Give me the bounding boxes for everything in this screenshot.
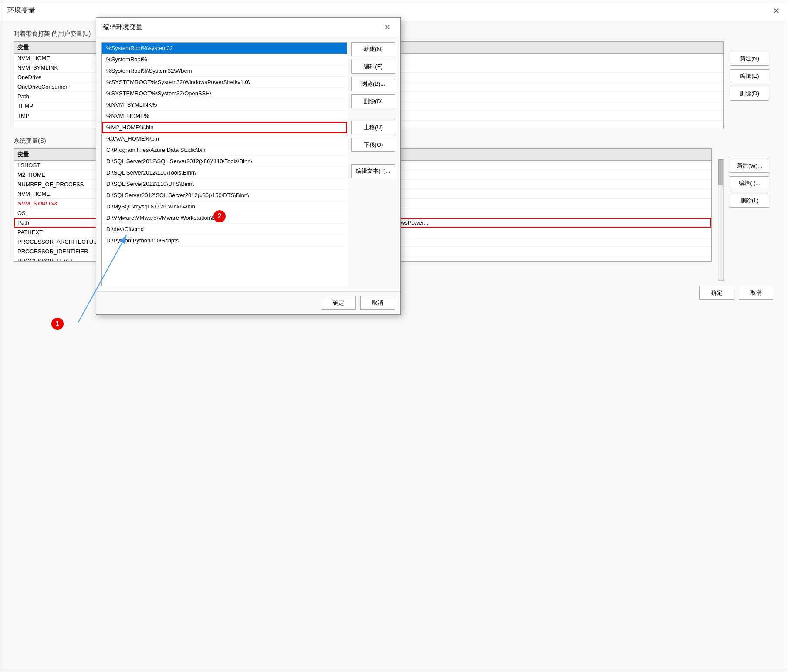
- path-item-13[interactable]: D:\SQLServer2012\SQL Server2012(x86)\150…: [102, 190, 347, 201]
- path-item-5[interactable]: %NVM_SYMLINK%: [102, 99, 347, 111]
- path-item-7[interactable]: %M2_HOME%\bin: [102, 122, 347, 133]
- env-window-title: 环境变量: [7, 6, 35, 15]
- system-section-buttons: 新建(W)... 编辑(I)... 删除(L): [730, 159, 773, 208]
- system-delete-button[interactable]: 删除(L): [730, 194, 769, 208]
- path-item-16[interactable]: D:\dev\Git\cmd: [102, 224, 347, 235]
- path-item-12[interactable]: D:\SQL Server2012\110\DTS\Binn\: [102, 178, 347, 190]
- edit-dialog-titlebar: 编辑环境变量 ✕: [96, 18, 400, 37]
- system-scrollbar[interactable]: [718, 159, 724, 281]
- path-item-4[interactable]: %SYSTEMROOT%\System32\OpenSSH\: [102, 88, 347, 99]
- user-new-button[interactable]: 新建(N): [730, 52, 769, 66]
- path-item-17[interactable]: D:\Python\Python310\Scripts: [102, 235, 347, 246]
- path-item-6[interactable]: %NVM_HOME%: [102, 111, 347, 122]
- path-item-1[interactable]: %SystemRoot%: [102, 54, 347, 65]
- env-window-close-button[interactable]: ✕: [773, 6, 780, 16]
- edit-new-button[interactable]: 新建(N): [351, 42, 395, 56]
- edit-edit-button[interactable]: 编辑(E): [351, 60, 395, 74]
- path-item-14[interactable]: D:\MySQL\mysql-8.0.25-winx64\bin: [102, 201, 347, 212]
- path-item-10[interactable]: D:\SQL Server2012\SQL Server2012(x86)\11…: [102, 156, 347, 167]
- path-item-11[interactable]: D:\SQL Server2012\110\Tools\Binn\: [102, 167, 347, 178]
- path-item-8[interactable]: %JAVA_HOME%\bin: [102, 133, 347, 144]
- edit-dialog-footer: 确定 取消: [96, 291, 400, 314]
- edit-edittext-button[interactable]: 编辑文本(T)...: [351, 164, 395, 178]
- edit-dialog-content: %SystemRoot%\system32 %SystemRoot% %Syst…: [96, 37, 400, 291]
- user-section-buttons: 新建(N) 编辑(E) 删除(D): [730, 52, 773, 101]
- path-item-3[interactable]: %SYSTEMROOT%\System32\WindowsPowerShell\…: [102, 77, 347, 88]
- edit-cancel-button[interactable]: 取消: [360, 296, 395, 310]
- edit-dialog-title: 编辑环境变量: [103, 23, 142, 31]
- user-edit-button[interactable]: 编辑(E): [730, 69, 769, 83]
- edit-env-dialog: 编辑环境变量 ✕ %SystemRoot%\system32 %SystemRo…: [96, 17, 401, 315]
- annotation-circle-1: 1: [51, 318, 64, 330]
- env-ok-button[interactable]: 确定: [699, 286, 734, 300]
- edit-moveup-button[interactable]: 上移(U): [351, 121, 395, 134]
- env-cancel-button[interactable]: 取消: [739, 286, 773, 300]
- edit-ok-button[interactable]: 确定: [321, 296, 356, 310]
- path-item-0[interactable]: %SystemRoot%\system32: [102, 43, 347, 54]
- path-item-2[interactable]: %SystemRoot%\System32\Wbem: [102, 65, 347, 77]
- scrollbar-thumb: [718, 159, 723, 185]
- system-edit-button[interactable]: 编辑(I)...: [730, 176, 769, 190]
- path-item-9[interactable]: C:\Program Files\Azure Data Studio\bin: [102, 144, 347, 156]
- edit-browse-button[interactable]: 浏览(B)...: [351, 77, 395, 91]
- annotation-circle-2: 2: [213, 210, 226, 222]
- edit-delete-button[interactable]: 删除(D): [351, 94, 395, 108]
- path-list: %SystemRoot%\system32 %SystemRoot% %Syst…: [101, 42, 347, 286]
- edit-movedown-button[interactable]: 下移(O): [351, 138, 395, 152]
- edit-dialog-close-button[interactable]: ✕: [381, 21, 393, 34]
- system-new-button[interactable]: 新建(W)...: [730, 159, 769, 173]
- edit-right-buttons: 新建(N) 编辑(E) 浏览(B)... 删除(D) 上移(U) 下移(O) 编…: [351, 42, 395, 286]
- user-delete-button[interactable]: 删除(D): [730, 87, 769, 101]
